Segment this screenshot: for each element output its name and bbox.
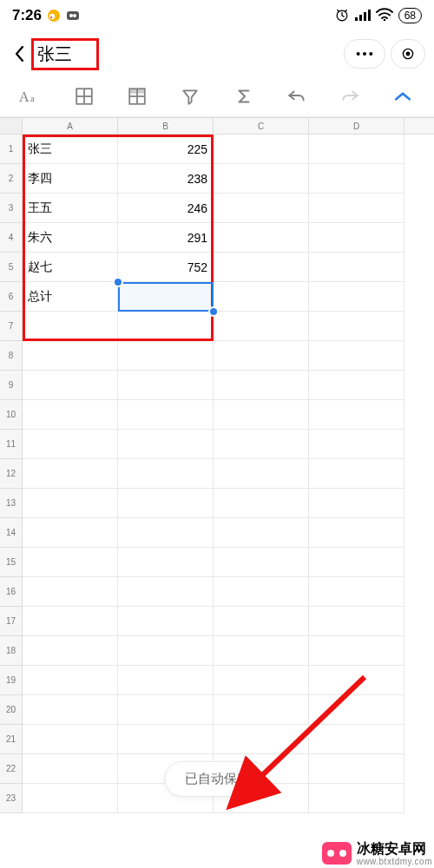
row-header[interactable]: 3 [0, 194, 23, 223]
cell[interactable] [118, 548, 214, 577]
select-all-corner[interactable] [0, 118, 23, 134]
cell[interactable] [118, 282, 214, 312]
cell[interactable] [214, 341, 309, 371]
row-header[interactable]: 1 [0, 135, 23, 164]
cell[interactable] [23, 371, 118, 400]
cell[interactable] [23, 430, 118, 459]
cell[interactable] [23, 489, 118, 518]
row-header[interactable]: 23 [0, 784, 23, 813]
cell[interactable] [309, 341, 404, 371]
cell[interactable] [309, 577, 404, 607]
more-button[interactable] [344, 39, 385, 69]
cell[interactable] [214, 666, 309, 695]
cell[interactable] [23, 518, 118, 548]
cell[interactable]: 赵七 [23, 253, 118, 282]
cell[interactable]: 朱六 [23, 223, 118, 253]
cell[interactable]: 李四 [23, 164, 118, 194]
cell[interactable] [118, 400, 214, 430]
cell[interactable] [214, 548, 309, 577]
cell[interactable] [118, 341, 214, 371]
target-button[interactable] [391, 39, 425, 69]
cell[interactable] [214, 725, 309, 754]
cell[interactable] [23, 341, 118, 371]
cell[interactable] [23, 607, 118, 636]
row-header[interactable]: 20 [0, 695, 23, 725]
cell[interactable] [23, 695, 118, 725]
cell[interactable] [309, 400, 404, 430]
document-title[interactable]: 张三 [37, 44, 72, 63]
cell[interactable] [309, 607, 404, 636]
row-header[interactable]: 16 [0, 577, 23, 607]
cell[interactable]: 238 [118, 164, 214, 194]
cell[interactable] [309, 253, 404, 282]
cell[interactable] [118, 371, 214, 400]
cell[interactable] [23, 312, 118, 341]
cell[interactable] [23, 459, 118, 489]
row-header[interactable]: 9 [0, 371, 23, 400]
cell[interactable] [309, 666, 404, 695]
cell[interactable] [309, 135, 404, 164]
table-style-button[interactable] [120, 79, 155, 114]
cell[interactable]: 246 [118, 194, 214, 223]
cell[interactable] [214, 430, 309, 459]
cell[interactable] [214, 371, 309, 400]
cell[interactable] [309, 489, 404, 518]
row-header[interactable]: 4 [0, 223, 23, 253]
collapse-toolbar-button[interactable] [385, 79, 420, 114]
cell[interactable] [118, 695, 214, 725]
cell[interactable] [214, 135, 309, 164]
row-header[interactable]: 15 [0, 548, 23, 577]
cell[interactable] [214, 607, 309, 636]
cell[interactable] [118, 312, 214, 341]
filter-button[interactable] [173, 79, 207, 114]
cell[interactable] [118, 430, 214, 459]
cell[interactable] [23, 725, 118, 754]
cell[interactable] [309, 459, 404, 489]
cell[interactable] [118, 518, 214, 548]
cell[interactable] [23, 666, 118, 695]
cell[interactable] [309, 430, 404, 459]
cell[interactable] [309, 223, 404, 253]
row-header[interactable]: 12 [0, 459, 23, 489]
cell[interactable] [309, 518, 404, 548]
cell[interactable] [309, 784, 404, 813]
insert-table-button[interactable] [67, 79, 102, 114]
cell[interactable] [118, 666, 214, 695]
cell[interactable] [118, 725, 214, 754]
cell[interactable] [214, 489, 309, 518]
cell[interactable] [214, 194, 309, 223]
spreadsheet[interactable]: A B C D 1张三2252李四2383王五2464朱六2915赵七7526总… [0, 117, 434, 813]
cell[interactable] [214, 636, 309, 666]
row-header[interactable]: 10 [0, 400, 23, 430]
row-header[interactable]: 6 [0, 282, 23, 312]
cell[interactable]: 225 [118, 135, 214, 164]
cell[interactable] [214, 282, 309, 312]
cell[interactable] [118, 577, 214, 607]
cell[interactable] [214, 312, 309, 341]
cell[interactable] [214, 459, 309, 489]
sum-button[interactable] [227, 79, 261, 114]
cell[interactable] [23, 400, 118, 430]
cell[interactable] [309, 695, 404, 725]
row-header[interactable]: 13 [0, 489, 23, 518]
cell[interactable] [309, 725, 404, 754]
back-button[interactable] [5, 40, 33, 68]
cell[interactable] [214, 695, 309, 725]
row-header[interactable]: 7 [0, 312, 23, 341]
cell[interactable] [309, 312, 404, 341]
cell[interactable] [309, 548, 404, 577]
cell[interactable] [309, 371, 404, 400]
row-header[interactable]: 14 [0, 518, 23, 548]
row-header[interactable]: 19 [0, 666, 23, 695]
redo-button[interactable] [332, 79, 367, 114]
text-format-button[interactable]: Aa [14, 79, 49, 114]
undo-button[interactable] [279, 79, 314, 114]
cell[interactable] [214, 164, 309, 194]
cell[interactable] [309, 636, 404, 666]
row-header[interactable]: 22 [0, 754, 23, 784]
col-header-D[interactable]: D [309, 118, 404, 134]
cell[interactable] [118, 607, 214, 636]
cell[interactable] [23, 548, 118, 577]
row-header[interactable]: 18 [0, 636, 23, 666]
cell[interactable] [214, 577, 309, 607]
